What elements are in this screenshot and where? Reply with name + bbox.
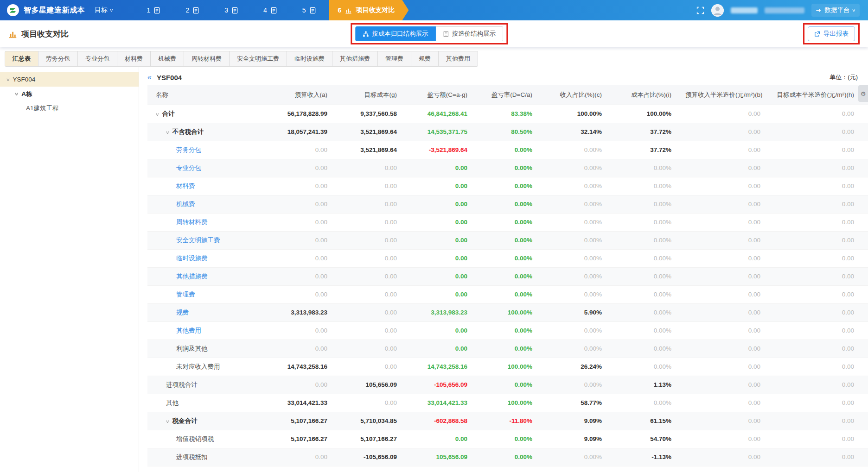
cell-value: 3,521,869.64 xyxy=(341,141,411,159)
category-link[interactable]: 机械费 xyxy=(176,201,195,208)
cell-value: 0.00% xyxy=(616,159,685,177)
toggle-price-structure-button[interactable]: 按造价结构展示 xyxy=(436,26,504,41)
comparison-table: 名称预算收入(a)目标成本(g)盈亏额(C=a-g)盈亏率(D=C/a)收入占比… xyxy=(147,85,868,466)
step-number: 5 xyxy=(302,6,306,14)
step-nav: 123456项目收支对比 xyxy=(134,0,409,20)
step-1[interactable]: 1 xyxy=(134,0,173,20)
tab-3[interactable]: 专业分包 xyxy=(77,51,117,67)
cell-value: 0.00% xyxy=(616,358,685,376)
tab-6[interactable]: 周转材料费 xyxy=(184,51,230,67)
step-2[interactable]: 2 xyxy=(173,0,212,20)
cell-value: 0.00% xyxy=(481,430,546,448)
tab-2[interactable]: 劳务分包 xyxy=(38,51,78,67)
cell-value: 0.00 xyxy=(272,249,341,267)
view-toggle-group: 按成本归口结构展示 按造价结构展示 xyxy=(355,26,503,41)
tab-5[interactable]: 机械费 xyxy=(150,51,184,67)
cell-value: -11.80% xyxy=(481,412,546,430)
chevron-down-icon: ∨ xyxy=(852,8,856,13)
cell-value: 0.00 xyxy=(272,448,341,466)
step-4[interactable]: 4 xyxy=(251,0,290,20)
avatar[interactable] xyxy=(711,4,724,17)
tab-12[interactable]: 其他费用 xyxy=(438,51,478,67)
cell-value: 100.00% xyxy=(481,358,546,376)
tree-node-project[interactable]: ∨ YSF004 xyxy=(0,72,139,87)
tab-9[interactable]: 其他措施费 xyxy=(332,51,378,67)
cell-value: -105,656.09 xyxy=(411,376,481,394)
cell-value: 0.00 xyxy=(774,231,868,249)
cell-value: 0.00 xyxy=(685,105,774,123)
cell-value: 0.00 xyxy=(774,177,868,195)
category-link[interactable]: 专业分包 xyxy=(176,164,201,171)
tab-7[interactable]: 安全文明施工费 xyxy=(229,51,287,67)
cell-value: 0.00% xyxy=(481,321,546,340)
column-header: 目标成本平米造价(元/m²)(h) xyxy=(774,85,868,105)
comparison-table-wrap: 名称预算收入(a)目标成本(g)盈亏额(C=a-g)盈亏率(D=C/a)收入占比… xyxy=(139,85,868,472)
row-name-cell: 进项税抵扣 xyxy=(147,448,272,466)
cell-value: 0.00 xyxy=(685,177,774,195)
table-row: 专业分包0.000.000.000.00%0.00%0.00%0.000.00 xyxy=(147,159,868,177)
row-name-cell: 其他 xyxy=(147,394,272,412)
collapse-panel-icon[interactable]: « xyxy=(147,73,152,82)
step-6-active[interactable]: 6项目收支对比 xyxy=(329,0,409,20)
step-5[interactable]: 5 xyxy=(290,0,329,20)
tree-node-building[interactable]: ∨ A栋 xyxy=(0,87,139,101)
table-row: ∨不含税合计18,057,241.393,521,869.6414,535,37… xyxy=(147,123,868,141)
category-link[interactable]: 周转材料费 xyxy=(176,219,208,226)
category-link[interactable]: 劳务分包 xyxy=(176,146,201,153)
column-header: 盈亏额(C=a-g) xyxy=(411,85,481,105)
tab-4[interactable]: 材料费 xyxy=(117,51,151,67)
cell-value: 14,743,258.16 xyxy=(411,358,481,376)
category-link[interactable]: 材料费 xyxy=(176,183,195,189)
active-step-label: 项目收支对比 xyxy=(356,6,395,14)
row-name-cell: ∨合计 xyxy=(147,105,272,123)
cell-value: 0.00 xyxy=(411,430,481,448)
cell-value: 0.00% xyxy=(546,321,616,340)
table-row: 机械费0.000.000.000.00%0.00%0.00%0.000.00 xyxy=(147,195,868,213)
cell-value: 0.00 xyxy=(411,159,481,177)
category-link[interactable]: 临时设施费 xyxy=(176,255,208,262)
row-name-cell: 机械费 xyxy=(147,195,272,213)
cell-value: 0.00 xyxy=(341,177,411,195)
app-root: 智多星建造新成本 目标 ∨ 123456项目收支对比 数据平台 ∨ xyxy=(0,0,868,472)
expand-caret-icon[interactable]: ∨ xyxy=(155,112,160,117)
tree-node-unit[interactable]: A1建筑工程 xyxy=(0,101,139,115)
row-name-cell: 其他措施费 xyxy=(147,267,272,285)
tab-1[interactable]: 汇总表 xyxy=(5,51,38,67)
export-report-button[interactable]: 导出报表 xyxy=(808,26,855,41)
cell-value: 0.00% xyxy=(481,267,546,285)
tab-10[interactable]: 管理费 xyxy=(377,51,411,67)
step-3[interactable]: 3 xyxy=(212,0,251,20)
cell-value: 0.00% xyxy=(481,376,546,394)
category-link[interactable]: 其他费用 xyxy=(176,327,201,334)
expand-caret-icon[interactable]: ∨ xyxy=(166,419,170,424)
unit-label: 单位：(元) xyxy=(830,73,858,82)
platform-switcher[interactable]: 数据平台 ∨ xyxy=(811,4,860,17)
cell-value: 0.00 xyxy=(685,340,774,358)
table-row: 管理费0.000.000.000.00%0.00%0.00%0.000.00 xyxy=(147,285,868,303)
cell-value: 14,743,258.16 xyxy=(272,358,341,376)
cell-value: 0.00 xyxy=(411,249,481,267)
page-title-group: 项目收支对比 xyxy=(8,29,69,39)
tab-11[interactable]: 规费 xyxy=(411,51,439,67)
document-icon xyxy=(231,7,238,14)
expand-caret-icon[interactable]: ∨ xyxy=(166,130,170,135)
cell-value: 0.00 xyxy=(272,177,341,195)
cell-value: 0.00% xyxy=(481,195,546,213)
cell-value: -1.13% xyxy=(616,448,685,466)
cell-value: 0.00 xyxy=(272,267,341,285)
cell-value: 0.00 xyxy=(774,376,868,394)
target-menu[interactable]: 目标 ∨ xyxy=(95,6,113,14)
table-header-row: 名称预算收入(a)目标成本(g)盈亏额(C=a-g)盈亏率(D=C/a)收入占比… xyxy=(147,85,868,105)
tab-8[interactable]: 临时设施费 xyxy=(287,51,332,67)
document-icon xyxy=(270,7,277,14)
category-link[interactable]: 管理费 xyxy=(176,291,195,298)
column-settings-handle[interactable]: ⚙ xyxy=(858,85,868,102)
toggle-cost-structure-button[interactable]: 按成本归口结构展示 xyxy=(355,26,436,41)
row-label: 税金合计 xyxy=(172,417,198,424)
category-link[interactable]: 其他措施费 xyxy=(176,273,208,280)
fullscreen-icon[interactable] xyxy=(696,6,704,14)
category-link[interactable]: 规费 xyxy=(176,309,189,316)
cell-value: 0.00 xyxy=(685,159,774,177)
category-link[interactable]: 安全文明施工费 xyxy=(176,237,220,244)
row-label: 进项税抵扣 xyxy=(176,453,208,460)
